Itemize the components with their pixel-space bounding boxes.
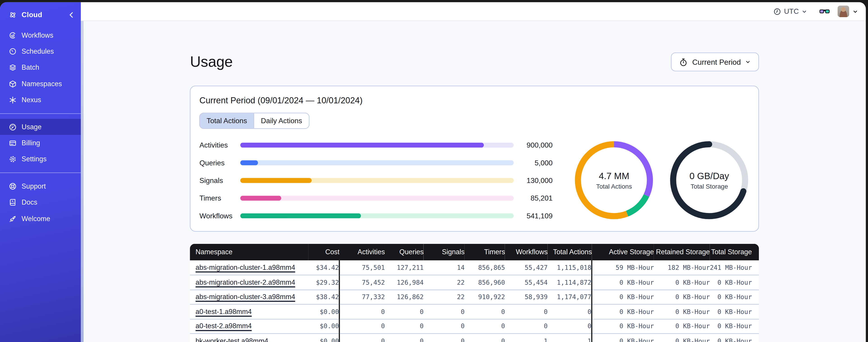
- sidebar-item-docs[interactable]: Docs: [0, 194, 81, 210]
- cell-timers: 0: [465, 319, 505, 334]
- cell-cost: $29.32: [308, 275, 339, 290]
- namespace-link[interactable]: bk-worker-test.a98mm4: [196, 337, 269, 342]
- cell-queries: 127,211: [385, 260, 424, 275]
- tab-daily-actions[interactable]: Daily Actions: [254, 113, 309, 128]
- card-title: Current Period (09/01/2024 — 10/01/2024): [199, 96, 750, 106]
- cell-total_storage: 0 KB-Hour: [710, 334, 759, 342]
- sidebar-group: SupportDocsWelcome: [0, 178, 81, 227]
- workflows-icon: [9, 31, 17, 39]
- sidebar-item-support[interactable]: Support: [0, 178, 81, 194]
- app-title: Cloud: [22, 10, 63, 19]
- table-row: a0-test-1.a98mm4$0.000000000 KB-Hour0 KB…: [190, 304, 759, 319]
- sidebar-item-label: Billing: [22, 139, 40, 147]
- bar-track: [240, 213, 514, 218]
- cell-active_storage: 0 KB-Hour: [592, 319, 654, 334]
- cell-activities: 0: [340, 334, 385, 342]
- sidebar-item-schedules[interactable]: Schedules: [0, 43, 81, 60]
- support-icon: [9, 182, 17, 190]
- sidebar-header: Cloud: [0, 2, 81, 19]
- cell-active_storage: 0 KB-Hour: [592, 334, 654, 342]
- avatar: [837, 6, 849, 17]
- tab-total-actions[interactable]: Total Actions: [200, 113, 254, 128]
- cell-active_storage: 0 KB-Hour: [592, 304, 654, 319]
- cell-total_storage: 0 KB-Hour: [710, 304, 759, 319]
- main-content: Usage Current Period Current Period (09/…: [83, 22, 866, 342]
- sidebar-item-batch[interactable]: Batch: [0, 60, 81, 76]
- actions-tabs: Total ActionsDaily Actions: [199, 113, 309, 129]
- sidebar-item-nexus[interactable]: Nexus: [0, 92, 81, 108]
- feedback-button[interactable]: [819, 8, 830, 15]
- table-row: abs-migration-cluster-2.a98mm4$29.3275,4…: [190, 275, 759, 290]
- period-selector-label: Current Period: [692, 58, 741, 66]
- scrollbar[interactable]: [81, 21, 83, 342]
- glasses-icon: [819, 8, 830, 15]
- timezone-selector[interactable]: UTC: [774, 7, 807, 15]
- table-row: a0-test-2.a98mm4$0.000000000 KB-Hour0 KB…: [190, 319, 759, 334]
- table-row: abs-migration-cluster-1.a98mm4$34.4275,5…: [190, 260, 759, 275]
- sidebar-item-settings[interactable]: Settings: [0, 151, 81, 168]
- cell-total_actions: 1,114,872: [548, 275, 592, 290]
- cell-cost: $34.42: [308, 260, 339, 275]
- bar-value: 541,109: [514, 211, 553, 220]
- billing-icon: [9, 139, 17, 147]
- clock-icon: [774, 7, 781, 15]
- sidebar-collapse-icon[interactable]: [67, 11, 75, 19]
- table-row: bk-worker-test.a98mm4$0.000000110 KB-Hou…: [190, 334, 759, 342]
- sidebar-item-billing[interactable]: Billing: [0, 135, 81, 151]
- sidebar: Cloud WorkflowsSchedulesBatchNamespacesN…: [0, 2, 81, 342]
- cell-signals: 22: [424, 290, 465, 304]
- cell-active_storage: 0 KB-Hour: [592, 275, 654, 290]
- bar-fill: [240, 213, 361, 218]
- namespace-link[interactable]: a0-test-2.a98mm4: [196, 322, 252, 330]
- sidebar-item-welcome[interactable]: Welcome: [0, 210, 81, 227]
- namespace-link[interactable]: abs-migration-cluster-2.a98mm4: [196, 278, 295, 286]
- sidebar-item-label: Welcome: [22, 215, 51, 223]
- period-selector-button[interactable]: Current Period: [671, 53, 759, 71]
- cell-cost: $38.42: [308, 290, 339, 304]
- cell-activities: 75,452: [340, 275, 385, 290]
- cell-namespace: abs-migration-cluster-1.a98mm4: [190, 260, 308, 275]
- usage-table-body: abs-migration-cluster-1.a98mm4$34.4275,5…: [190, 260, 759, 342]
- sidebar-group: WorkflowsSchedulesBatchNamespacesNexus: [0, 27, 81, 108]
- namespace-link[interactable]: abs-migration-cluster-1.a98mm4: [196, 264, 295, 271]
- cell-queries: 126,984: [385, 275, 424, 290]
- bar-track: [240, 160, 514, 165]
- bar-label: Workflows: [199, 211, 240, 220]
- cell-timers: 856,865: [465, 260, 505, 275]
- cell-queries: 0: [385, 304, 424, 319]
- namespace-link[interactable]: abs-migration-cluster-3.a98mm4: [196, 293, 295, 301]
- column-header-namespace: Namespace: [190, 244, 308, 261]
- cell-cost: $0.00: [308, 334, 339, 342]
- cell-timers: 910,922: [465, 290, 505, 304]
- sidebar-item-usage[interactable]: Usage: [0, 119, 81, 135]
- sidebar-group: UsageBillingSettings: [0, 119, 81, 168]
- donut-label: Total Storage: [690, 183, 728, 190]
- cell-workflows: 0: [505, 319, 548, 334]
- column-header-activities: Activities: [340, 244, 385, 261]
- cell-active_storage: 59 MB-Hour: [592, 260, 654, 275]
- cell-retained_storage: 0 KB-Hour: [654, 290, 710, 304]
- sidebar-item-label: Namespaces: [22, 80, 62, 88]
- namespace-link[interactable]: a0-test-1.a98mm4: [196, 308, 252, 315]
- cell-signals: 0: [424, 334, 465, 342]
- batch-icon: [9, 64, 17, 71]
- sidebar-item-label: Docs: [22, 199, 37, 206]
- stopwatch-icon: [680, 58, 688, 66]
- cell-total_storage: 0 KB-Hour: [710, 290, 759, 304]
- cell-queries: 126,862: [385, 290, 424, 304]
- user-menu[interactable]: [837, 6, 858, 17]
- column-header-retained_storage: Retained Storage: [654, 244, 710, 261]
- bar-track: [240, 178, 514, 183]
- cell-timers: 856,960: [465, 275, 505, 290]
- sidebar-item-workflows[interactable]: Workflows: [0, 27, 81, 43]
- column-header-cost: Cost: [308, 244, 339, 261]
- sidebar-item-namespaces[interactable]: Namespaces: [0, 76, 81, 92]
- cell-signals: 0: [424, 319, 465, 334]
- schedules-icon: [9, 47, 17, 55]
- cell-total_actions: 1,174,077: [548, 290, 592, 304]
- cell-cost: $0.00: [308, 304, 339, 319]
- cell-workflows: 55,427: [505, 260, 548, 275]
- cell-activities: 0: [340, 304, 385, 319]
- sidebar-item-label: Support: [22, 182, 46, 190]
- cell-total_storage: 0 KB-Hour: [710, 275, 759, 290]
